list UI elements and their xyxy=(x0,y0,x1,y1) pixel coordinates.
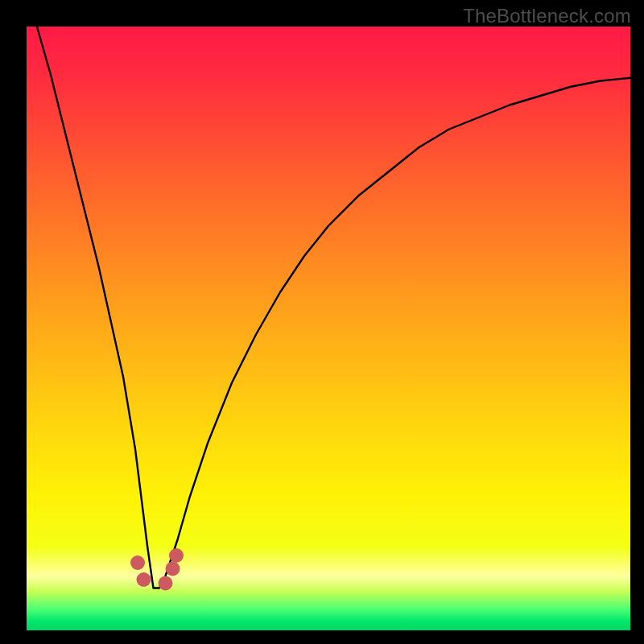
valley-marker xyxy=(137,572,151,587)
watermark-text: TheBottleneck.com xyxy=(463,5,631,27)
bottleneck-curve xyxy=(27,27,630,588)
valley-marker xyxy=(130,555,145,570)
valley-marker xyxy=(159,576,173,591)
plot-area xyxy=(27,27,630,630)
valley-marker xyxy=(169,548,184,563)
curve-layer xyxy=(27,27,630,630)
marker-group xyxy=(130,548,184,591)
valley-marker xyxy=(166,562,180,576)
chart-frame: TheBottleneck.com xyxy=(0,0,644,644)
